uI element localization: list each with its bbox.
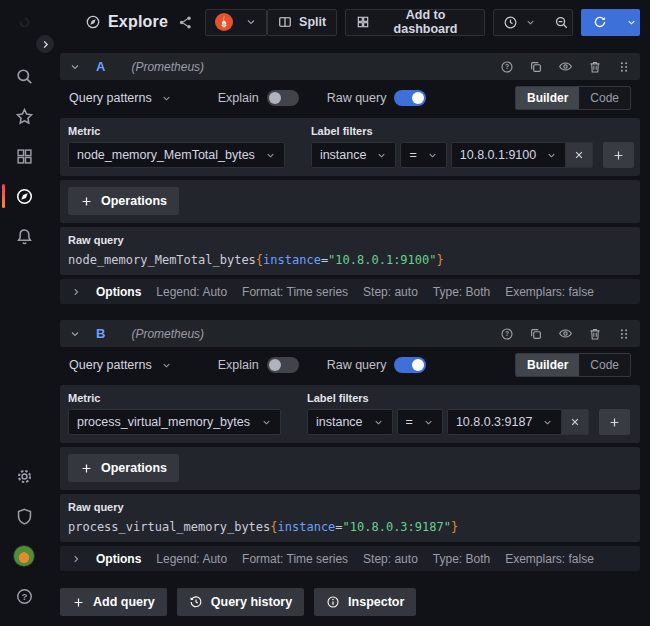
builder-mode-button[interactable]: Builder <box>516 87 579 109</box>
query-options-row[interactable]: Options Legend: Auto Format: Time series… <box>60 546 640 571</box>
operations-block: Operations <box>60 447 640 490</box>
explore-content: A (Prometheus) Query patterns Explain Ra… <box>48 44 650 626</box>
collapse-query-button[interactable] <box>69 328 81 340</box>
sidebar-item-help[interactable] <box>0 576 48 616</box>
chevron-down-icon <box>261 417 272 428</box>
chevron-down-icon <box>376 150 387 161</box>
add-operation-button[interactable]: Operations <box>68 187 179 215</box>
add-filter-button[interactable] <box>603 142 634 168</box>
sidebar-item-configuration[interactable] <box>0 456 48 496</box>
sidebar-item-alerting[interactable] <box>0 216 48 256</box>
filter-key-select[interactable]: instance <box>311 142 397 168</box>
grafana-logo <box>13 11 35 33</box>
filter-value-select[interactable]: 10.8.0.3:9187 <box>447 409 562 435</box>
options-title: Options <box>96 285 141 299</box>
raw-query-toggle[interactable] <box>394 357 426 373</box>
toggle-visibility-eye-icon[interactable] <box>558 59 573 74</box>
query-datasource-name: (Prometheus) <box>131 327 204 341</box>
star-icon <box>15 107 34 126</box>
metric-select[interactable]: node_memory_MemTotal_bytes <box>68 142 285 168</box>
add-filter-button[interactable] <box>599 409 630 435</box>
explain-toggle[interactable] <box>267 90 299 106</box>
metric-select[interactable]: process_virtual_memory_bytes <box>68 409 281 435</box>
remove-filter-button[interactable] <box>566 142 593 168</box>
time-zoom-out-button[interactable] <box>545 10 573 35</box>
expand-sidebar-button[interactable] <box>34 33 56 55</box>
share-icon <box>178 15 193 30</box>
run-query-button-group <box>581 9 640 36</box>
query-header[interactable]: A (Prometheus) <box>60 53 640 80</box>
collapse-query-button[interactable] <box>69 61 81 73</box>
raw-query-toggle[interactable] <box>394 90 426 106</box>
raw-query-label: Raw query <box>327 358 387 372</box>
query-history-button[interactable]: Query history <box>177 588 304 616</box>
time-range-picker[interactable] <box>494 10 545 35</box>
explore-compass-icon <box>85 14 101 30</box>
share-shortened-link-button[interactable] <box>178 15 193 30</box>
query-patterns-button[interactable]: Query patterns <box>69 358 172 372</box>
dashboards-grid-icon <box>15 147 34 166</box>
filter-key-select[interactable]: instance <box>307 409 393 435</box>
sidebar-item-search[interactable] <box>0 56 48 96</box>
remove-query-trash-icon[interactable] <box>588 327 602 341</box>
filter-value-select[interactable]: 10.8.0.1:9100 <box>451 142 566 168</box>
filter-operator-select[interactable]: = <box>400 142 446 168</box>
sidebar-item-explore[interactable] <box>0 176 48 216</box>
add-query-button[interactable]: Add query <box>60 588 167 616</box>
chevron-down-icon <box>161 360 172 371</box>
query-help-icon[interactable] <box>500 327 514 341</box>
toggle-knob <box>412 359 424 371</box>
drag-handle-icon[interactable] <box>617 60 631 74</box>
operations-block: Operations <box>60 180 640 223</box>
history-icon <box>189 595 203 609</box>
sidebar-item-server-admin[interactable] <box>0 496 48 536</box>
duplicate-query-icon[interactable] <box>529 60 543 74</box>
toggle-visibility-eye-icon[interactable] <box>558 326 573 341</box>
chevron-down-icon <box>626 17 637 28</box>
code-mode-button[interactable]: Code <box>579 87 630 109</box>
query-patterns-button[interactable]: Query patterns <box>69 91 172 105</box>
side-navigation <box>0 44 48 626</box>
add-to-dashboard-label: Add to dashboard <box>377 8 474 36</box>
query-datasource-name: (Prometheus) <box>131 60 204 74</box>
duplicate-query-icon[interactable] <box>529 327 543 341</box>
close-icon <box>569 416 581 428</box>
split-icon <box>278 15 292 29</box>
datasource-picker[interactable] <box>205 9 267 36</box>
alerting-bell-icon <box>15 227 34 246</box>
chevron-down-icon <box>245 16 257 28</box>
remove-query-trash-icon[interactable] <box>588 60 602 74</box>
sidebar-item-profile[interactable] <box>0 536 48 576</box>
split-button[interactable]: Split <box>267 9 337 36</box>
raw-query-heading: Raw query <box>68 501 632 513</box>
metric-filters-block: Metric process_virtual_memory_bytes Labe… <box>60 385 640 443</box>
admin-shield-icon <box>15 507 34 526</box>
options-expand-button[interactable] <box>71 287 81 297</box>
code-label-key: instance <box>278 520 336 534</box>
option-step: Step: auto <box>363 285 418 299</box>
refresh-interval-dropdown[interactable] <box>619 9 640 36</box>
filter-operator-select[interactable]: = <box>397 409 443 435</box>
query-help-icon[interactable] <box>500 60 514 74</box>
explore-compass-icon <box>15 187 34 206</box>
raw-query-block: Raw query process_virtual_memory_bytes{i… <box>60 494 640 542</box>
refresh-sync-icon <box>593 15 607 29</box>
add-operation-button[interactable]: Operations <box>68 454 179 482</box>
chevron-down-icon <box>525 17 536 28</box>
remove-filter-button[interactable] <box>562 409 589 435</box>
run-query-button[interactable] <box>581 9 619 36</box>
query-toolbar: Query patterns Explain Raw query Builder… <box>60 85 640 111</box>
clock-icon <box>503 15 518 30</box>
options-expand-button[interactable] <box>71 554 81 564</box>
drag-handle-icon[interactable] <box>617 327 631 341</box>
code-mode-button[interactable]: Code <box>579 354 630 376</box>
query-options-row[interactable]: Options Legend: Auto Format: Time series… <box>60 279 640 304</box>
builder-mode-button[interactable]: Builder <box>516 354 579 376</box>
explain-toggle[interactable] <box>267 357 299 373</box>
sidebar-item-starred[interactable] <box>0 96 48 136</box>
code-label-key: instance <box>263 253 321 267</box>
sidebar-item-dashboards[interactable] <box>0 136 48 176</box>
inspector-button[interactable]: Inspector <box>314 588 416 616</box>
query-header[interactable]: B (Prometheus) <box>60 320 640 347</box>
add-to-dashboard-button[interactable]: Add to dashboard <box>345 9 485 36</box>
